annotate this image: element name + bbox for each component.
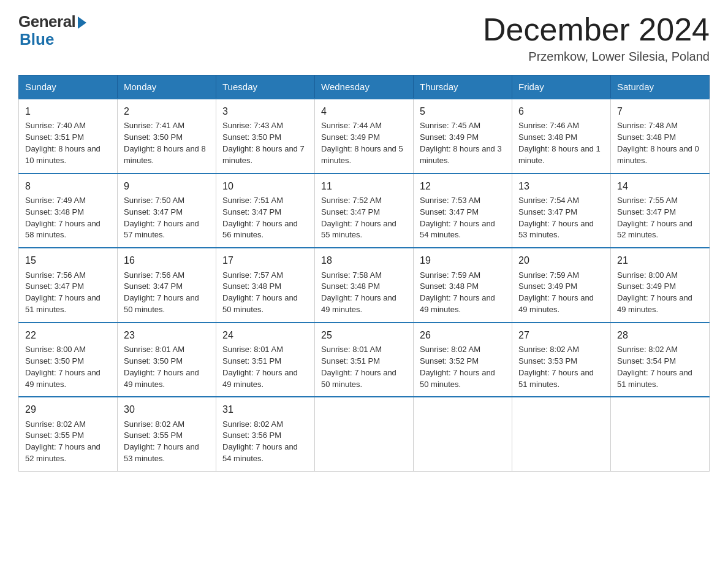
calendar-week-3: 15Sunrise: 7:56 AMSunset: 3:47 PMDayligh…	[19, 248, 710, 323]
day-info: Sunrise: 8:02 AMSunset: 3:53 PMDaylight:…	[518, 345, 594, 389]
calendar-cell: 25Sunrise: 8:01 AMSunset: 3:51 PMDayligh…	[315, 323, 414, 397]
calendar-cell: 20Sunrise: 7:59 AMSunset: 3:49 PMDayligh…	[512, 248, 611, 323]
day-number: 11	[321, 179, 407, 193]
day-info: Sunrise: 7:54 AMSunset: 3:47 PMDaylight:…	[518, 196, 594, 240]
day-info: Sunrise: 8:02 AMSunset: 3:55 PMDaylight:…	[124, 419, 199, 464]
logo: General Blue	[18, 12, 86, 49]
calendar-cell: 10Sunrise: 7:51 AMSunset: 3:47 PMDayligh…	[216, 174, 315, 248]
calendar-cell	[414, 397, 512, 471]
day-number: 20	[518, 253, 604, 267]
day-info: Sunrise: 7:58 AMSunset: 3:48 PMDaylight:…	[321, 270, 396, 315]
calendar-cell	[611, 397, 710, 471]
day-info: Sunrise: 8:02 AMSunset: 3:56 PMDaylight:…	[222, 419, 298, 464]
calendar-cell: 30Sunrise: 8:02 AMSunset: 3:55 PMDayligh…	[118, 397, 216, 471]
calendar-cell: 1Sunrise: 7:40 AMSunset: 3:51 PMDaylight…	[19, 99, 118, 174]
logo-triangle-icon	[78, 17, 86, 29]
calendar-cell: 4Sunrise: 7:44 AMSunset: 3:49 PMDaylight…	[315, 99, 414, 174]
day-info: Sunrise: 7:41 AMSunset: 3:50 PMDaylight:…	[124, 121, 206, 165]
calendar-cell: 27Sunrise: 8:02 AMSunset: 3:53 PMDayligh…	[512, 323, 611, 397]
day-info: Sunrise: 8:00 AMSunset: 3:49 PMDaylight:…	[617, 270, 692, 315]
calendar-body: 1Sunrise: 7:40 AMSunset: 3:51 PMDaylight…	[19, 99, 710, 471]
day-number: 25	[321, 328, 407, 342]
day-info: Sunrise: 7:44 AMSunset: 3:49 PMDaylight:…	[321, 121, 403, 165]
calendar-cell: 19Sunrise: 7:59 AMSunset: 3:48 PMDayligh…	[414, 248, 512, 323]
calendar-table: SundayMondayTuesdayWednesdayThursdayFrid…	[18, 75, 710, 472]
day-number: 1	[25, 104, 111, 118]
weekday-header-thursday: Thursday	[414, 75, 512, 99]
calendar-cell: 9Sunrise: 7:50 AMSunset: 3:47 PMDaylight…	[118, 174, 216, 248]
calendar-week-1: 1Sunrise: 7:40 AMSunset: 3:51 PMDaylight…	[19, 99, 710, 174]
day-info: Sunrise: 7:52 AMSunset: 3:47 PMDaylight:…	[321, 196, 396, 240]
weekday-header-monday: Monday	[118, 75, 216, 99]
day-number: 9	[124, 179, 210, 193]
day-number: 12	[420, 179, 506, 193]
day-number: 31	[222, 402, 308, 416]
day-info: Sunrise: 7:56 AMSunset: 3:47 PMDaylight:…	[124, 270, 199, 315]
calendar-cell: 24Sunrise: 8:01 AMSunset: 3:51 PMDayligh…	[216, 323, 315, 397]
day-number: 5	[420, 104, 506, 118]
calendar-cell: 8Sunrise: 7:49 AMSunset: 3:48 PMDaylight…	[19, 174, 118, 248]
page-header: General Blue December 2024 Przemkow, Low…	[18, 12, 710, 64]
day-number: 22	[25, 328, 111, 342]
day-number: 21	[617, 253, 703, 267]
day-number: 4	[321, 104, 407, 118]
location-subtitle: Przemkow, Lower Silesia, Poland	[483, 50, 710, 64]
day-number: 2	[124, 104, 210, 118]
day-number: 6	[518, 104, 604, 118]
calendar-cell: 6Sunrise: 7:46 AMSunset: 3:48 PMDaylight…	[512, 99, 611, 174]
calendar-week-4: 22Sunrise: 8:00 AMSunset: 3:50 PMDayligh…	[19, 323, 710, 397]
calendar-cell: 17Sunrise: 7:57 AMSunset: 3:48 PMDayligh…	[216, 248, 315, 323]
calendar-cell: 29Sunrise: 8:02 AMSunset: 3:55 PMDayligh…	[19, 397, 118, 471]
day-number: 15	[25, 253, 111, 267]
calendar-cell: 28Sunrise: 8:02 AMSunset: 3:54 PMDayligh…	[611, 323, 710, 397]
day-info: Sunrise: 7:43 AMSunset: 3:50 PMDaylight:…	[222, 121, 305, 165]
calendar-cell: 23Sunrise: 8:01 AMSunset: 3:50 PMDayligh…	[118, 323, 216, 397]
logo-general-text: General	[18, 12, 75, 31]
day-info: Sunrise: 8:01 AMSunset: 3:50 PMDaylight:…	[124, 345, 199, 389]
calendar-cell: 21Sunrise: 8:00 AMSunset: 3:49 PMDayligh…	[611, 248, 710, 323]
calendar-cell: 12Sunrise: 7:53 AMSunset: 3:47 PMDayligh…	[414, 174, 512, 248]
day-info: Sunrise: 8:01 AMSunset: 3:51 PMDaylight:…	[222, 345, 298, 389]
calendar-cell: 18Sunrise: 7:58 AMSunset: 3:48 PMDayligh…	[315, 248, 414, 323]
day-info: Sunrise: 7:51 AMSunset: 3:47 PMDaylight:…	[222, 196, 298, 240]
calendar-cell: 15Sunrise: 7:56 AMSunset: 3:47 PMDayligh…	[19, 248, 118, 323]
day-info: Sunrise: 7:56 AMSunset: 3:47 PMDaylight:…	[25, 270, 100, 315]
day-number: 14	[617, 179, 703, 193]
day-info: Sunrise: 7:49 AMSunset: 3:48 PMDaylight:…	[25, 196, 100, 240]
day-info: Sunrise: 7:59 AMSunset: 3:49 PMDaylight:…	[518, 270, 594, 315]
month-title: December 2024	[483, 12, 710, 47]
day-number: 26	[420, 328, 506, 342]
day-number: 29	[25, 402, 111, 416]
day-number: 24	[222, 328, 308, 342]
day-info: Sunrise: 7:55 AMSunset: 3:47 PMDaylight:…	[617, 196, 692, 240]
day-info: Sunrise: 7:53 AMSunset: 3:47 PMDaylight:…	[420, 196, 495, 240]
day-number: 3	[222, 104, 308, 118]
day-number: 17	[222, 253, 308, 267]
title-area: December 2024 Przemkow, Lower Silesia, P…	[483, 12, 710, 64]
day-number: 27	[518, 328, 604, 342]
weekday-header-saturday: Saturday	[611, 75, 710, 99]
day-info: Sunrise: 7:50 AMSunset: 3:47 PMDaylight:…	[124, 196, 199, 240]
day-info: Sunrise: 7:48 AMSunset: 3:48 PMDaylight:…	[617, 121, 699, 165]
calendar-week-5: 29Sunrise: 8:02 AMSunset: 3:55 PMDayligh…	[19, 397, 710, 471]
calendar-cell: 16Sunrise: 7:56 AMSunset: 3:47 PMDayligh…	[118, 248, 216, 323]
calendar-cell: 26Sunrise: 8:02 AMSunset: 3:52 PMDayligh…	[414, 323, 512, 397]
day-info: Sunrise: 8:02 AMSunset: 3:52 PMDaylight:…	[420, 345, 495, 389]
calendar-cell: 5Sunrise: 7:45 AMSunset: 3:49 PMDaylight…	[414, 99, 512, 174]
day-number: 30	[124, 402, 210, 416]
day-number: 23	[124, 328, 210, 342]
calendar-cell: 14Sunrise: 7:55 AMSunset: 3:47 PMDayligh…	[611, 174, 710, 248]
day-number: 16	[124, 253, 210, 267]
day-info: Sunrise: 8:00 AMSunset: 3:50 PMDaylight:…	[25, 345, 100, 389]
day-number: 28	[617, 328, 703, 342]
calendar-week-2: 8Sunrise: 7:49 AMSunset: 3:48 PMDaylight…	[19, 174, 710, 248]
day-number: 18	[321, 253, 407, 267]
weekday-header-wednesday: Wednesday	[315, 75, 414, 99]
day-info: Sunrise: 7:57 AMSunset: 3:48 PMDaylight:…	[222, 270, 298, 315]
day-info: Sunrise: 7:45 AMSunset: 3:49 PMDaylight:…	[420, 121, 502, 165]
weekday-header-sunday: Sunday	[19, 75, 118, 99]
calendar-cell: 13Sunrise: 7:54 AMSunset: 3:47 PMDayligh…	[512, 174, 611, 248]
calendar-cell: 2Sunrise: 7:41 AMSunset: 3:50 PMDaylight…	[118, 99, 216, 174]
calendar-header: SundayMondayTuesdayWednesdayThursdayFrid…	[19, 75, 710, 99]
day-number: 7	[617, 104, 703, 118]
